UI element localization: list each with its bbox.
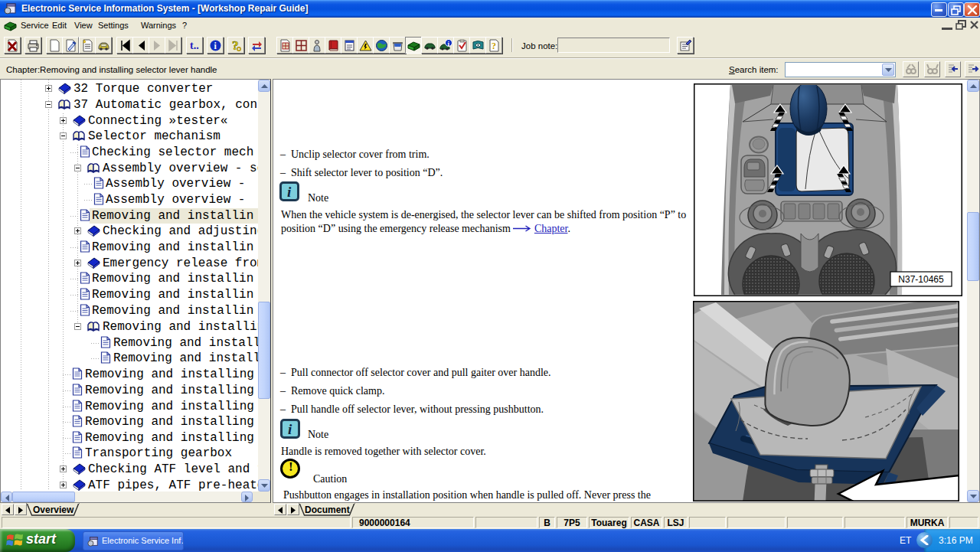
- svg-text:N37-10465: N37-10465: [898, 274, 944, 285]
- svg-text:t..: t..: [190, 40, 199, 51]
- svg-text:?: ?: [492, 41, 496, 51]
